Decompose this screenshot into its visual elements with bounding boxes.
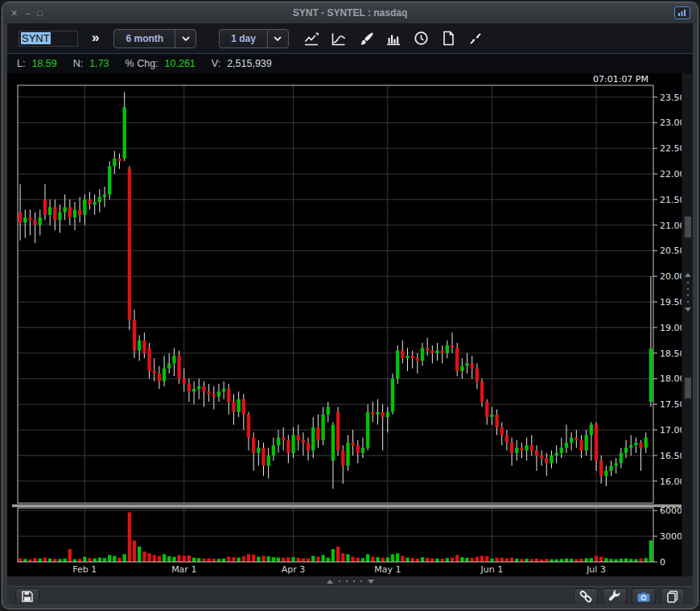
volume-bar — [401, 556, 404, 562]
chevron-down-icon[interactable] — [175, 30, 196, 47]
expand-button[interactable]: » — [92, 30, 99, 46]
brush-icon[interactable] — [358, 31, 375, 46]
candle — [197, 386, 200, 389]
window-controls: ✕ ‒ □ — [10, 2, 43, 23]
clock-icon[interactable] — [413, 31, 430, 46]
range-select[interactable]: 6 month — [113, 29, 196, 48]
symbol-input[interactable]: SYNT — [19, 31, 78, 47]
screenshot-button[interactable] — [632, 588, 656, 605]
price-volume-chart[interactable]: 23.5023.0022.5022.0021.5021.0020.5020.00… — [7, 73, 693, 576]
volume-bar — [406, 558, 409, 562]
candle — [620, 453, 623, 464]
volume-bar — [386, 557, 389, 562]
volume-bar — [649, 540, 653, 562]
symbol-input-value: SYNT — [21, 32, 51, 44]
line-chart-icon[interactable] — [303, 31, 320, 46]
volume-bar — [277, 558, 280, 562]
candle — [83, 200, 86, 215]
chart-timestamp: 07:01:07 PM — [593, 74, 649, 85]
candle — [217, 391, 220, 396]
arrow-up-icon[interactable] — [327, 580, 333, 584]
volume-bar — [321, 555, 324, 562]
volume-bar — [629, 559, 632, 562]
candle — [261, 448, 265, 465]
scroll-thumb[interactable] — [685, 378, 691, 398]
volume-bar — [93, 559, 97, 562]
volume-bar — [202, 559, 205, 562]
window-title: SYNT - SYNTEL : nasdaq — [2, 7, 698, 19]
net-change-value: 1.73 — [89, 58, 109, 69]
settings-button[interactable] — [603, 588, 627, 605]
candle — [426, 348, 429, 350]
volume-value: 2,515,939 — [227, 58, 272, 69]
volume-bar — [376, 557, 379, 562]
document-icon[interactable] — [440, 31, 457, 46]
grip-dot — [339, 580, 340, 582]
volume-bar — [644, 558, 648, 562]
volume-bar — [316, 557, 319, 562]
candle — [138, 341, 141, 351]
candle — [327, 407, 330, 415]
splitter-arrows-vertical[interactable] — [682, 273, 693, 312]
volume-bar — [416, 559, 419, 562]
candle — [430, 350, 434, 353]
candle — [63, 207, 66, 212]
horizontal-splitter[interactable] — [7, 576, 693, 586]
volume-bar — [574, 559, 578, 562]
candle — [172, 356, 175, 364]
candle — [147, 348, 150, 371]
minimize-icon[interactable]: ‒ — [25, 9, 30, 18]
toolbar-icons — [303, 31, 484, 46]
candle — [222, 389, 225, 391]
volume-bar — [430, 559, 434, 562]
percent-change-label: % Chg: — [126, 58, 159, 69]
collapse-arrows-icon[interactable] — [467, 31, 484, 46]
volume-bar — [336, 547, 340, 562]
titlebar-chart-icon[interactable] — [674, 6, 690, 19]
volume-label: V: — [212, 58, 220, 69]
chevron-down-icon[interactable] — [267, 30, 288, 47]
spline-chart-icon[interactable] — [331, 31, 348, 46]
volume-bar — [396, 553, 399, 562]
volume-bar — [366, 554, 369, 562]
volume-bar — [177, 555, 180, 562]
titlebar[interactable]: ✕ ‒ □ SYNT - SYNTEL : nasdaq — [2, 2, 698, 23]
arrow-down-icon[interactable] — [685, 308, 691, 312]
arrow-down-icon[interactable] — [368, 580, 374, 584]
candle — [277, 438, 280, 446]
interval-select[interactable]: 1 day — [219, 29, 289, 48]
volume-bar — [242, 556, 245, 562]
candle — [153, 371, 156, 374]
volume-bar — [123, 554, 126, 562]
candle — [133, 320, 136, 350]
volume-bar — [58, 559, 61, 562]
volume-bar — [172, 557, 175, 562]
maximize-icon[interactable]: □ — [37, 9, 43, 18]
volume-bar — [261, 556, 265, 562]
candle — [88, 200, 91, 204]
grip-dot — [360, 580, 362, 582]
close-icon[interactable]: ✕ — [10, 9, 18, 18]
candle — [282, 438, 285, 440]
candle — [480, 382, 484, 402]
candle — [242, 399, 245, 415]
scroll-thumb[interactable] — [685, 217, 691, 237]
candle — [391, 378, 394, 411]
candle — [560, 448, 563, 452]
histogram-icon[interactable] — [385, 31, 402, 46]
arrow-up-icon[interactable] — [685, 273, 691, 277]
candle — [550, 456, 553, 464]
volume-bar — [19, 559, 22, 562]
candle — [212, 394, 216, 397]
vertical-scroll-strip[interactable] — [681, 73, 693, 576]
volume-bar — [53, 559, 56, 562]
candle — [321, 415, 324, 440]
volume-bar — [103, 558, 106, 562]
last-price-label: L: — [17, 58, 25, 69]
svg-text:0: 0 — [660, 557, 665, 568]
copy-button[interactable] — [661, 588, 685, 605]
volume-bar — [599, 557, 603, 562]
save-button[interactable] — [15, 588, 39, 605]
volume-bar — [197, 558, 200, 562]
link-button[interactable] — [574, 588, 598, 605]
